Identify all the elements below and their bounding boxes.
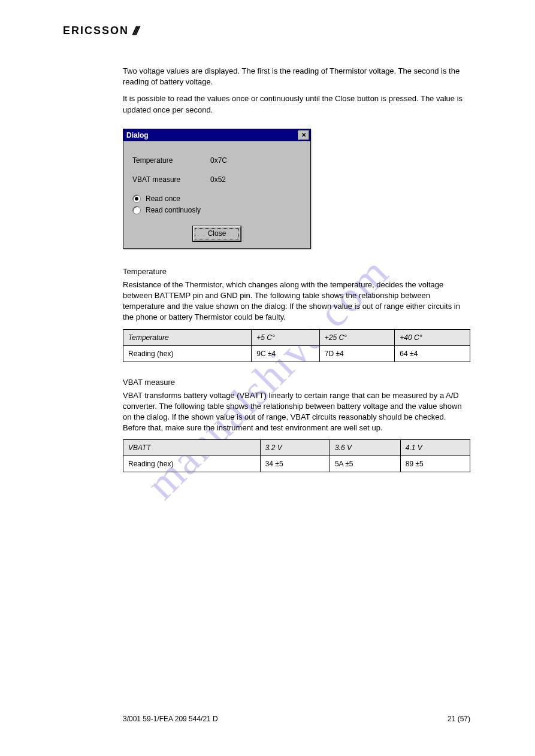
table-row: Reading (hex) 34 ±5 5A ±5 89 ±5 (123, 456, 470, 472)
table-header: VBATT (123, 440, 261, 456)
table-cell: 34 ±5 (260, 456, 330, 472)
table-header: +25 C° (319, 329, 395, 345)
radio-icon (132, 195, 141, 203)
radio-label: Read continuosly (146, 206, 201, 214)
vbat-table: VBATT 3.2 V 3.6 V 4.1 V Reading (hex) 34… (123, 439, 470, 472)
brand-logo: ERICSSON /// (63, 24, 138, 38)
table-cell: 9C ±4 (252, 345, 320, 362)
table-header: 4.1 V (400, 440, 470, 456)
table-cell: Reading (hex) (123, 456, 261, 472)
table-row: VBATT 3.2 V 3.6 V 4.1 V (123, 440, 470, 456)
dialog-row-temperature: Temperature 0x7C (132, 156, 301, 165)
dialog-title: Dialog (126, 131, 149, 139)
dialog-label: Temperature (132, 156, 210, 165)
brand-text: ERICSSON (63, 25, 129, 37)
table-cell: 5A ±5 (330, 456, 400, 472)
footer-left: 3/001 59-1/FEA 209 544/21 D (123, 715, 218, 723)
page-footer: 3/001 59-1/FEA 209 544/21 D 21 (57) (123, 715, 470, 723)
radio-icon (132, 206, 141, 214)
section-heading-temperature: Temperature (123, 267, 470, 276)
dialog-row-vbat: VBAT measure 0x52 (132, 175, 301, 184)
temperature-table: Temperature +5 C° +25 C° +40 C° Reading … (123, 329, 470, 362)
dialog-titlebar: Dialog ✕ (123, 129, 310, 141)
section-heading-vbat: VBAT measure (123, 378, 470, 387)
dialog-body: Temperature 0x7C VBAT measure 0x52 Read … (123, 141, 310, 248)
radio-label: Read once (146, 195, 180, 203)
dialog-value: 0x52 (210, 175, 226, 184)
section-text-vbat: VBAT transforms battery voltage (VBATT) … (123, 390, 470, 434)
table-row: Temperature +5 C° +25 C° +40 C° (123, 329, 470, 345)
table-header: 3.6 V (330, 440, 400, 456)
section-text-temperature: Resistance of the Thermistor, which chan… (123, 280, 470, 323)
table-header: 3.2 V (260, 440, 330, 456)
main-content: Two voltage values are displayed. The fi… (123, 66, 470, 488)
footer-right: 21 (57) (448, 715, 470, 723)
dialog-window: Dialog ✕ Temperature 0x7C VBAT measure 0… (123, 129, 311, 249)
dialog-label: VBAT measure (132, 175, 210, 184)
dialog-value: 0x7C (210, 156, 227, 165)
radio-read-once[interactable]: Read once (132, 195, 301, 203)
intro-line-2: It is possible to read the values once o… (123, 93, 470, 115)
table-cell: Reading (hex) (123, 345, 252, 362)
intro-line-1: Two voltage values are displayed. The fi… (123, 66, 470, 87)
table-cell: 89 ±5 (400, 456, 470, 472)
dialog-button-row: Close (132, 226, 301, 241)
table-header: +40 C° (395, 329, 470, 345)
close-button[interactable]: Close (193, 226, 241, 241)
table-header: +5 C° (252, 329, 320, 345)
table-row: Reading (hex) 9C ±4 7D ±4 64 ±4 (123, 345, 470, 362)
brand-stripes-icon: /// (131, 24, 140, 38)
table-header: Temperature (123, 329, 252, 345)
table-cell: 64 ±4 (395, 345, 470, 362)
close-icon[interactable]: ✕ (298, 130, 309, 140)
table-cell: 7D ±4 (319, 345, 395, 362)
radio-read-continuously[interactable]: Read continuosly (132, 206, 301, 214)
